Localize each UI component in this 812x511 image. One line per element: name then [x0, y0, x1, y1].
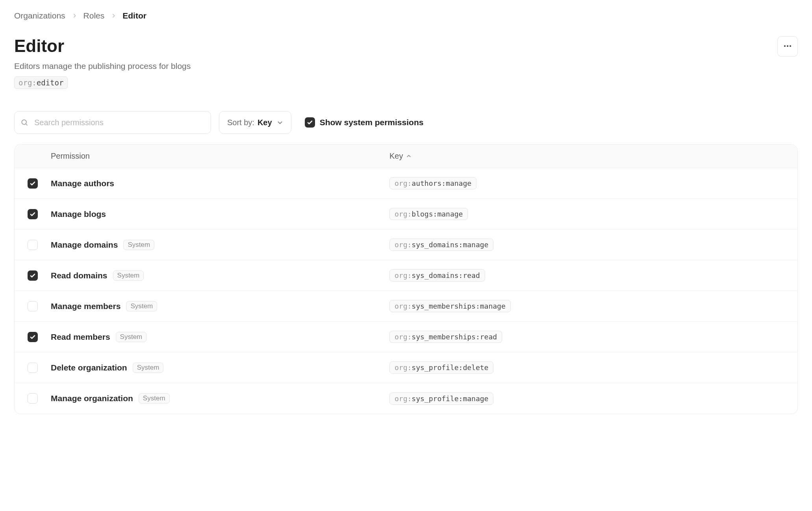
permissions-table: Permission Key Manage authorsorg:authors…	[14, 144, 798, 414]
svg-point-3	[22, 120, 26, 124]
search-field	[14, 111, 211, 134]
permission-key-prefix: org:	[395, 271, 412, 280]
svg-point-1	[787, 45, 788, 47]
table-header: Permission Key	[15, 144, 797, 168]
permission-name: Manage authors	[51, 179, 389, 188]
toolbar: Sort by: Key Show system permissions	[14, 111, 798, 134]
permission-key-badge: org:sys_profile:delete	[389, 361, 493, 374]
show-system-checkbox[interactable]	[305, 117, 315, 128]
permission-key-value: sys_domains:manage	[412, 241, 488, 249]
column-header-key[interactable]: Key	[389, 152, 786, 161]
more-actions-button[interactable]	[777, 36, 798, 57]
permission-checkbox[interactable]	[28, 178, 38, 189]
table-row: Manage blogsorg:blogs:manage	[15, 199, 797, 230]
role-key-badge: org:editor	[14, 76, 68, 89]
page-title: Editor	[14, 36, 191, 56]
permission-key-badge: org:sys_memberships:manage	[389, 300, 511, 312]
system-badge: System	[139, 393, 170, 404]
table-row: Manage authorsorg:authors:manage	[15, 168, 797, 199]
permission-checkbox[interactable]	[28, 332, 38, 342]
system-badge: System	[126, 301, 157, 311]
permission-key-prefix: org:	[395, 363, 412, 372]
search-icon	[20, 118, 28, 126]
permission-name: Delete organizationSystem	[51, 363, 389, 373]
show-system-label: Show system permissions	[320, 118, 424, 127]
permission-name-text: Read domains	[51, 271, 108, 280]
permission-key-prefix: org:	[395, 179, 412, 187]
chevron-right-icon	[111, 13, 116, 19]
permission-key-prefix: org:	[395, 302, 412, 310]
sort-ascending-icon	[406, 154, 412, 159]
table-row: Delete organizationSystemorg:sys_profile…	[15, 352, 797, 383]
permission-key-badge: org:sys_memberships:read	[389, 331, 502, 343]
permission-checkbox[interactable]	[28, 363, 38, 373]
chevron-right-icon	[72, 13, 77, 19]
permission-key-badge: org:authors:manage	[389, 177, 476, 189]
page-subtitle: Editors manage the publishing process fo…	[14, 61, 191, 71]
system-badge: System	[123, 240, 154, 250]
system-badge: System	[113, 270, 144, 281]
svg-line-4	[26, 124, 28, 126]
permission-name-text: Read members	[51, 332, 110, 342]
permission-key-value: sys_domains:read	[412, 271, 480, 280]
breadcrumb-link-roles[interactable]: Roles	[83, 11, 105, 20]
table-row: Manage membersSystemorg:sys_memberships:…	[15, 291, 797, 322]
table-row: Manage organizationSystemorg:sys_profile…	[15, 383, 797, 414]
role-key-value: editor	[37, 78, 64, 87]
svg-point-2	[790, 45, 791, 47]
table-row: Manage domainsSystemorg:sys_domains:mana…	[15, 230, 797, 260]
permission-name-text: Manage blogs	[51, 209, 106, 219]
permission-key-value: sys_profile:delete	[412, 363, 488, 372]
permission-key-badge: org:sys_profile:manage	[389, 393, 493, 405]
permission-checkbox[interactable]	[28, 209, 38, 219]
breadcrumb: Organizations Roles Editor	[14, 11, 798, 20]
permission-key-badge: org:sys_domains:read	[389, 269, 485, 281]
system-badge: System	[116, 332, 147, 342]
role-key-prefix: org:	[19, 78, 37, 87]
permission-checkbox[interactable]	[28, 301, 38, 311]
breadcrumb-link-organizations[interactable]: Organizations	[14, 11, 65, 20]
table-body: Manage authorsorg:authors:manageManage b…	[15, 168, 797, 414]
sort-label: Sort by:	[227, 118, 254, 127]
permission-key-badge: org:sys_domains:manage	[389, 239, 493, 251]
permission-key-prefix: org:	[395, 394, 412, 403]
svg-point-0	[784, 45, 786, 47]
table-row: Read domainsSystemorg:sys_domains:read	[15, 260, 797, 291]
breadcrumb-current: Editor	[122, 11, 146, 20]
permission-checkbox[interactable]	[28, 270, 38, 281]
dots-horizontal-icon	[783, 41, 792, 52]
permission-name-text: Manage authors	[51, 179, 114, 188]
sort-value: Key	[258, 118, 272, 127]
permission-key-value: blogs:manage	[412, 210, 463, 218]
permission-name-text: Delete organization	[51, 363, 127, 372]
permission-name: Manage blogs	[51, 209, 389, 219]
search-input[interactable]	[14, 111, 211, 134]
permission-name-text: Manage organization	[51, 394, 133, 403]
permission-key-badge: org:blogs:manage	[389, 208, 468, 220]
column-header-permission[interactable]: Permission	[51, 152, 389, 161]
permission-name: Manage organizationSystem	[51, 393, 389, 404]
permission-key-value: sys_profile:manage	[412, 394, 488, 403]
show-system-permissions-toggle[interactable]: Show system permissions	[305, 117, 424, 128]
permission-checkbox[interactable]	[28, 240, 38, 250]
permission-key-value: sys_memberships:manage	[412, 302, 505, 310]
permission-name: Read membersSystem	[51, 332, 389, 342]
permission-name-text: Manage members	[51, 302, 121, 311]
permission-name: Read domainsSystem	[51, 270, 389, 281]
permission-key-prefix: org:	[395, 241, 412, 249]
permission-key-prefix: org:	[395, 333, 412, 341]
permission-key-value: authors:manage	[412, 179, 471, 187]
permission-name: Manage membersSystem	[51, 301, 389, 311]
permission-checkbox[interactable]	[28, 393, 38, 404]
chevron-down-icon	[277, 119, 283, 126]
permission-key-prefix: org:	[395, 210, 412, 218]
permission-name-text: Manage domains	[51, 240, 118, 250]
sort-by-button[interactable]: Sort by: Key	[219, 111, 291, 134]
system-badge: System	[133, 363, 164, 373]
permission-key-value: sys_memberships:read	[412, 333, 497, 341]
table-row: Read membersSystemorg:sys_memberships:re…	[15, 322, 797, 352]
permission-name: Manage domainsSystem	[51, 240, 389, 250]
